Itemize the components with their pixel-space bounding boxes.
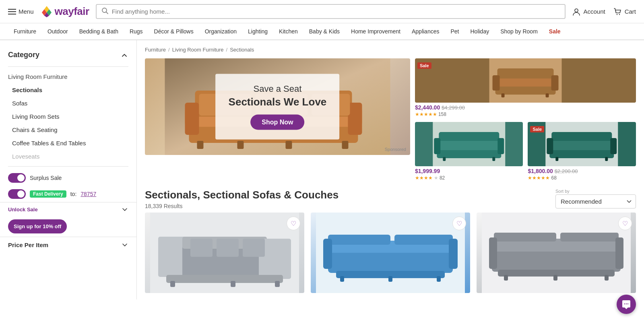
signup-label: Sign up for 10% off (8, 219, 67, 233)
featured-price-3: $1,800.00 (528, 168, 553, 174)
nav-organization[interactable]: Organization (199, 23, 242, 39)
shop-now-button[interactable]: Shop Now (250, 115, 304, 130)
nav-baby[interactable]: Baby & Kids (303, 23, 345, 39)
nav-bedding[interactable]: Bedding & Bath (74, 23, 124, 39)
svg-rect-68 (388, 276, 392, 282)
menu-button[interactable]: Menu (8, 8, 34, 15)
sort-select[interactable]: Recommended Best Seller Price: Low to Hi… (555, 194, 636, 208)
breadcrumb-living-room[interactable]: Living Room Furniture (172, 47, 224, 53)
product-grid: ♡ (145, 213, 636, 293)
surplus-sale-toggle[interactable] (8, 173, 26, 183)
nav-lighting[interactable]: Lighting (242, 23, 273, 39)
sidebar-item-sofas[interactable]: Sofas (0, 97, 136, 110)
product-card-3[interactable]: ♡ (477, 213, 636, 293)
svg-rect-15 (348, 103, 362, 135)
svg-rect-54 (231, 281, 235, 287)
section-title: Sectionals, Sectional Sofas & Couches (145, 189, 339, 201)
sidebar-divider2 (8, 166, 128, 167)
fast-delivery-badge: Fast Delivery (30, 190, 66, 198)
svg-rect-29 (501, 93, 504, 97)
svg-rect-38 (492, 157, 495, 161)
nav-kitchen[interactable]: Kitchen (273, 23, 303, 39)
category-label: Category (8, 51, 39, 59)
svg-rect-58 (243, 239, 265, 257)
featured-product-1[interactable]: Sale $2,440.00 $4,299.00 ★★★★★ 158 (415, 58, 636, 117)
breadcrumb-furniture[interactable]: Furniture (145, 47, 166, 53)
nav-shop-by-room[interactable]: Shop by Room (495, 23, 543, 39)
svg-rect-76 (615, 237, 623, 269)
featured-price-1: $2,440.00 (415, 104, 440, 111)
featured-products: Sale $2,440.00 $4,299.00 ★★★★★ 158 (415, 58, 636, 181)
cart-button[interactable]: Cart (613, 7, 636, 16)
sidebar-item-chairs[interactable]: Chairs & Seating (0, 123, 136, 136)
featured-product-3[interactable]: Sale $1,800.00 $2,200.00 ★★★★★ 68 (528, 122, 636, 181)
svg-rect-78 (504, 275, 508, 281)
logo[interactable]: wayfair (40, 5, 89, 18)
product-card-img-2 (311, 213, 470, 293)
surplus-sale-label: Surplus Sale (30, 175, 62, 181)
wishlist-button-3[interactable]: ♡ (618, 217, 632, 230)
svg-rect-53 (170, 281, 175, 287)
svg-rect-27 (492, 75, 500, 91)
nav-home-improvement[interactable]: Home Improvement (345, 23, 406, 39)
nav-furniture[interactable]: Furniture (8, 23, 42, 39)
cart-label: Cart (625, 8, 636, 15)
price-per-item-section[interactable]: Price Per Item (0, 237, 136, 252)
section-header: Sectionals, Sectional Sofas & Couches 18… (145, 189, 636, 209)
search-input[interactable] (112, 8, 560, 15)
header: Menu wayfair Account Cart (0, 0, 644, 23)
chevron-up-icon (120, 51, 128, 59)
card2-sofa-illustration (311, 213, 470, 293)
svg-point-9 (619, 14, 619, 14)
breadcrumb-sep1: / (168, 47, 170, 53)
svg-rect-26 (497, 68, 553, 78)
main-nav: Furniture Outdoor Bedding & Bath Rugs Dé… (0, 23, 644, 40)
category-header[interactable]: Category (0, 47, 136, 63)
product-card-2[interactable]: ♡ (311, 213, 470, 293)
nav-holiday[interactable]: Holiday (465, 23, 495, 39)
sort-label: Sort by (555, 189, 636, 194)
svg-rect-64 (323, 239, 332, 269)
svg-point-7 (575, 9, 578, 12)
svg-rect-19 (197, 141, 203, 149)
search-bar[interactable] (96, 4, 566, 19)
unlock-sale-label: Unlock Sale (8, 206, 38, 213)
product1-image (415, 58, 636, 103)
svg-rect-63 (394, 235, 453, 245)
sidebar-living-room[interactable]: Living Room Furniture (0, 70, 136, 83)
featured-product-2[interactable]: $1,999.99 ★★★★★ 82 (415, 122, 523, 181)
sale-badge-3: Sale (530, 126, 544, 132)
signup-banner[interactable]: Sign up for 10% off (0, 216, 136, 237)
featured-reviews-3: 68 (551, 175, 556, 181)
svg-rect-62 (328, 235, 390, 245)
top-row: Save a Seat Sectionals We Love Shop Now … (145, 58, 636, 181)
nav-decor[interactable]: Décor & Pillows (149, 23, 199, 39)
svg-rect-65 (449, 239, 458, 269)
nav-outdoor[interactable]: Outdoor (42, 23, 74, 39)
fast-delivery-toggle[interactable] (8, 189, 26, 199)
account-button[interactable]: Account (572, 7, 605, 16)
product-card-img-3 (477, 213, 636, 293)
logo-text: wayfair (55, 5, 89, 18)
section-results: 18,339 Results (145, 203, 339, 209)
sidebar-item-coffee-tables[interactable]: Coffee Tables & End Tables (0, 136, 136, 150)
wishlist-button-1[interactable]: ♡ (287, 217, 300, 230)
nav-rugs[interactable]: Rugs (124, 23, 149, 39)
wishlist-button-2[interactable]: ♡ (452, 217, 466, 230)
chevron-down-icon2 (121, 241, 128, 248)
chevron-down-icon (121, 206, 128, 213)
fast-delivery-zip[interactable]: 78757 (80, 191, 96, 197)
nav-appliances[interactable]: Appliances (406, 23, 445, 39)
card3-sofa-illustration (477, 213, 636, 293)
nav-sale[interactable]: Sale (543, 23, 566, 39)
sidebar-item-loveseats[interactable]: Loveseats (0, 150, 136, 163)
breadcrumb-sep2: / (226, 47, 228, 53)
unlock-sale-section[interactable]: Unlock Sale (0, 202, 136, 216)
svg-rect-42 (552, 132, 612, 141)
product-card-1[interactable]: ♡ (145, 213, 304, 293)
svg-rect-67 (340, 276, 344, 282)
svg-rect-57 (217, 239, 239, 257)
sidebar-item-sectionals[interactable]: Sectionals (0, 83, 136, 97)
nav-pet[interactable]: Pet (445, 23, 464, 39)
sidebar-item-living-room-sets[interactable]: Living Room Sets (0, 110, 136, 123)
